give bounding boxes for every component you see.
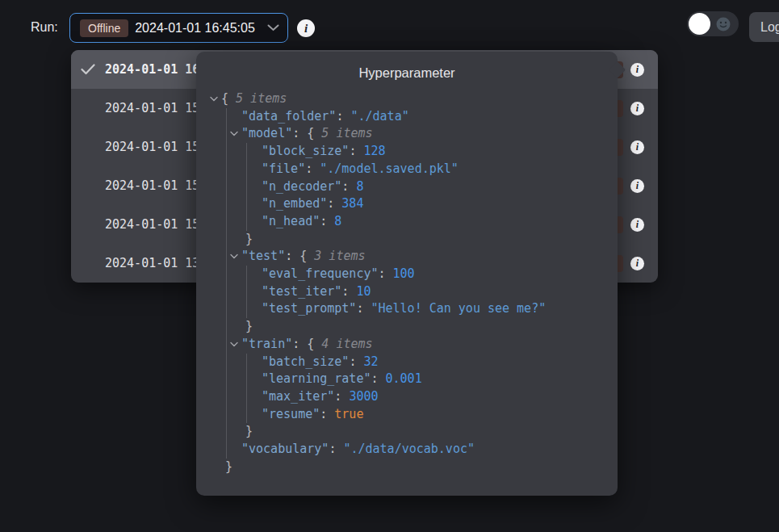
json-string-value: "Hello! Can you see me?"	[371, 301, 546, 316]
run-item-label: 2024-01-01 15	[105, 217, 199, 232]
json-key: "test_iter"	[262, 284, 341, 299]
json-colon: :	[336, 109, 350, 124]
json-key: "learning_rate"	[262, 371, 371, 386]
json-key: "n_embed"	[262, 196, 327, 211]
json-close-brace: }	[227, 423, 606, 441]
json-colon: :	[292, 337, 307, 351]
info-icon[interactable]: i	[630, 218, 644, 232]
json-boolean-value: true	[334, 407, 363, 421]
collapse-icon[interactable]	[230, 131, 241, 136]
json-children: "batch_size": 32"learning_rate": 0.001"m…	[246, 354, 606, 424]
run-item-label: 2024-01-01 15	[105, 178, 199, 193]
run-item-label: 2024-01-01 16	[105, 62, 199, 77]
info-icon[interactable]: i	[630, 102, 644, 115]
json-key: "file"	[262, 161, 305, 176]
json-string-value: "./data"	[350, 109, 408, 124]
json-key: "vocabulary"	[241, 442, 329, 456]
json-key: "test"	[241, 249, 285, 263]
json-line: "block_size": 128	[247, 143, 606, 161]
json-key: "n_head"	[262, 214, 320, 228]
json-colon: :	[356, 301, 371, 316]
run-item-label: 2024-01-01 15	[105, 140, 199, 154]
json-key: "resume"	[262, 407, 320, 421]
json-close-brace: }	[227, 231, 606, 249]
json-line: "eval_frequency": 100	[247, 266, 606, 283]
json-children: "eval_frequency": 100"test_iter": 10"tes…	[246, 266, 606, 318]
json-colon: :	[327, 196, 341, 211]
json-line: "train": { 4 items	[227, 336, 606, 354]
collapse-icon[interactable]	[210, 96, 221, 102]
run-label: Run:	[31, 20, 58, 35]
json-number-value: 128	[363, 144, 385, 158]
info-icon[interactable]: i	[630, 140, 644, 154]
json-line: "learning_rate": 0.001	[247, 371, 606, 388]
json-line: "data_folder": "./data"	[227, 108, 606, 126]
json-line: "test_prompt": "Hello! Can you see me?"	[247, 300, 606, 318]
json-key: "max_iter"	[262, 389, 334, 404]
json-string-value: "./model.saved.pkl"	[320, 161, 459, 176]
json-line: "n_head": 8	[247, 213, 606, 231]
json-line: "model": { 5 items	[227, 125, 606, 143]
json-close-brace: }	[210, 459, 606, 476]
json-key: "block_size"	[262, 144, 349, 158]
app-background: { "header": { "run_label": "Run:", "sele…	[0, 0, 779, 532]
json-close-brace: }	[227, 318, 606, 336]
smiley-icon	[716, 17, 731, 31]
run-selector-value: 2024-01-01 16:45:05	[135, 21, 255, 36]
json-key: "batch_size"	[262, 354, 349, 369]
json-key: "train"	[241, 337, 292, 351]
hyperparameter-tooltip: Hyperparameter { 5 items"data_folder": "…	[196, 52, 618, 496]
json-children: "block_size": 128"file": "./model.saved.…	[246, 143, 606, 231]
json-colon: :	[341, 179, 356, 194]
json-colon: :	[285, 249, 299, 263]
json-colon: :	[379, 266, 393, 281]
json-number-value: 8	[334, 214, 341, 228]
run-info-icon[interactable]: i	[297, 19, 315, 37]
json-number-value: 10	[356, 284, 371, 299]
run-item-label: 2024-01-01 13	[105, 256, 199, 270]
theme-toggle[interactable]	[687, 11, 739, 36]
json-open-brace: {	[299, 249, 314, 263]
json-key: "test_prompt"	[262, 301, 356, 316]
json-line: "file": "./model.saved.pkl"	[247, 161, 606, 178]
json-line: "resume": true	[247, 406, 606, 424]
json-tree: { 5 items"data_folder": "./data""model":…	[196, 90, 618, 475]
run-item-label: 2024-01-01 15	[105, 101, 199, 115]
json-colon: :	[349, 144, 363, 158]
json-line: "max_iter": 3000	[247, 388, 606, 406]
json-colon: :	[334, 389, 349, 404]
json-open-brace: {	[307, 337, 321, 351]
json-number-value: 100	[393, 266, 415, 281]
json-key: "data_folder"	[241, 109, 336, 124]
json-colon: :	[329, 442, 343, 456]
json-colon: :	[371, 371, 385, 386]
info-icon[interactable]: i	[630, 257, 644, 270]
json-string-value: "./data/vocab.voc"	[343, 442, 475, 456]
json-key: "eval_frequency"	[262, 266, 379, 281]
json-open-brace: {	[307, 126, 321, 140]
json-item-count: 5 items	[321, 126, 372, 140]
json-number-value: 32	[363, 354, 378, 369]
json-children: "data_folder": "./data""model": { 5 item…	[226, 108, 606, 459]
collapse-icon[interactable]	[230, 253, 241, 259]
json-colon: :	[292, 126, 307, 140]
json-key: "n_decoder"	[262, 179, 341, 194]
check-icon	[81, 64, 105, 75]
json-key: "model"	[241, 126, 292, 140]
json-colon: :	[305, 161, 320, 176]
collapse-icon[interactable]	[230, 341, 241, 347]
json-number-value: 8	[356, 179, 363, 194]
run-selector[interactable]: Offline 2024-01-01 16:45:05	[69, 13, 288, 43]
offline-badge: Offline	[80, 19, 128, 37]
json-colon: :	[349, 354, 363, 369]
json-number-value: 0.001	[386, 371, 422, 386]
json-item-count: 3 items	[314, 249, 365, 263]
json-open-brace: {	[221, 91, 236, 106]
json-colon: :	[320, 214, 334, 228]
info-icon[interactable]: i	[630, 179, 644, 193]
json-line: "vocabulary": "./data/vocab.voc"	[227, 441, 606, 459]
json-colon: :	[320, 407, 334, 421]
tooltip-title: Hyperparameter	[196, 52, 618, 81]
log-button[interactable]: Log	[749, 12, 779, 42]
info-icon[interactable]: i	[630, 63, 644, 77]
